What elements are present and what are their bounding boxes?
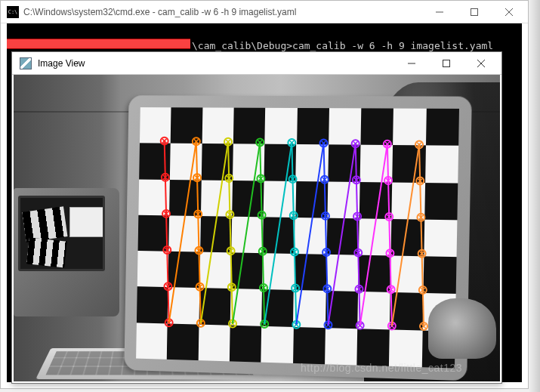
cmd-icon — [7, 6, 19, 18]
cmd-titlebar[interactable]: C:\Windows\system32\cmd.exe - cam_calib … — [1, 1, 528, 23]
calibration-board — [124, 95, 471, 381]
minimize-button[interactable] — [422, 1, 457, 23]
scene-hand — [428, 298, 496, 359]
image-view-icon — [20, 57, 32, 69]
svg-rect-1 — [471, 8, 478, 15]
maximize-button[interactable] — [457, 1, 492, 23]
close-button[interactable] — [492, 1, 526, 23]
watermark-text: http://blog.csdn.net/little_cat123 — [301, 362, 462, 374]
minimize-button[interactable] — [394, 53, 429, 74]
maximize-button[interactable] — [429, 53, 464, 74]
image-view-window-controls — [394, 53, 498, 74]
scene-monitor — [14, 188, 119, 316]
cmd-window-controls — [422, 1, 526, 23]
image-view-canvas: http://blog.csdn.net/little_cat123 — [14, 75, 500, 381]
page-edge-shadow — [529, 0, 540, 392]
close-button[interactable] — [464, 53, 498, 74]
image-view-titlebar[interactable]: Image View — [12, 52, 501, 75]
cmd-title-text: C:\Windows\system32\cmd.exe - cam_calib … — [23, 7, 422, 17]
cmd-prompt-line: \cam_calib\Debug>cam_calib -w 6 -h 9 ima… — [192, 40, 493, 51]
svg-rect-5 — [443, 60, 450, 66]
image-view-window: Image View — [11, 51, 502, 384]
redacted-path-bar — [7, 39, 190, 49]
image-view-title-text: Image View — [36, 58, 394, 69]
